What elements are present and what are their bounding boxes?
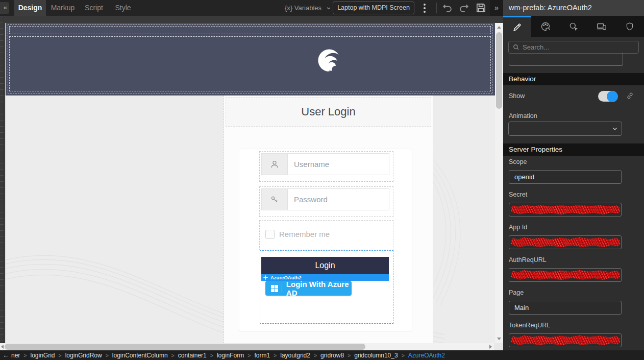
breadcrumb-separator: >: [59, 352, 62, 358]
page-input[interactable]: [509, 301, 622, 315]
clipped-property-field[interactable]: [509, 53, 623, 66]
canvas-hscrollbar[interactable]: [0, 343, 494, 350]
scroll-right-icon[interactable]: [489, 345, 492, 349]
breadcrumb-item[interactable]: container1: [178, 352, 207, 359]
toolbar-divider: [436, 3, 437, 13]
page-artboard[interactable]: User Login Username: [5, 23, 495, 343]
username-row[interactable]: Username: [261, 153, 389, 175]
remember-me-checkbox[interactable]: [265, 230, 275, 239]
username-field[interactable]: Username: [288, 153, 389, 175]
chevron-down-icon: [326, 1, 331, 16]
password-row[interactable]: Password: [261, 188, 389, 210]
breadcrumb-separator: >: [171, 352, 175, 358]
scroll-up-icon[interactable]: [497, 26, 501, 29]
breadcrumb-item[interactable]: ner: [11, 352, 20, 359]
authrequrl-input[interactable]: [509, 268, 622, 282]
redaction-scribble: [511, 237, 620, 247]
tab-script[interactable]: Script: [80, 0, 108, 16]
breadcrumb-item[interactable]: form1: [254, 352, 270, 359]
variables-label: {x} Variables: [285, 4, 321, 12]
breadcrumb-item[interactable]: loginContentColumn: [112, 352, 168, 359]
bind-link-icon[interactable]: [626, 92, 634, 102]
redo-icon[interactable]: [458, 2, 470, 14]
collapse-left-icon[interactable]: «: [0, 2, 9, 14]
vscroll-thumb[interactable]: [496, 32, 502, 109]
breadcrumb-separator: >: [314, 352, 317, 358]
tokenrequrl-input[interactable]: [509, 333, 622, 347]
field-tokenrequrl: TokenReqURL: [509, 322, 631, 347]
field-secret: Secret: [509, 191, 631, 217]
hscroll-thumb[interactable]: [5, 344, 365, 350]
tab-properties-pencil-icon[interactable]: [503, 16, 531, 37]
properties-panel: wm-prefab: AzureOAuth2: [503, 0, 644, 360]
tab-design[interactable]: Design: [14, 0, 46, 16]
user-icon: [261, 153, 288, 175]
tab-markup[interactable]: Markup: [47, 0, 79, 16]
breadcrumb-item[interactable]: loginForm: [217, 352, 244, 359]
azure-button-label: Login With Azure AD: [286, 280, 352, 297]
widget-breadcrumb: ← ner > loginGrid > loginGridRow > login…: [0, 350, 644, 360]
field-authrequrl: AuthReqURL: [509, 256, 631, 282]
breadcrumb-item[interactable]: loginGridRow: [65, 352, 102, 359]
scroll-down-icon[interactable]: [497, 338, 501, 340]
breadcrumb-item-active[interactable]: AzureOAuth2: [408, 352, 445, 359]
back-arrow-icon[interactable]: ←: [3, 351, 9, 359]
breadcrumb-item[interactable]: gridcolumn10_3: [354, 352, 398, 359]
header-band[interactable]: [9, 36, 491, 91]
page-header-widget[interactable]: [6, 23, 496, 95]
scope-input[interactable]: [509, 170, 622, 184]
redaction-scribble: [511, 335, 620, 345]
field-app-id: App Id: [509, 224, 631, 249]
breadcrumb-item[interactable]: layoutgrid2: [280, 352, 310, 359]
login-button[interactable]: Login: [261, 257, 389, 274]
undo-icon[interactable]: [442, 2, 454, 14]
header-top-strip[interactable]: [9, 26, 491, 34]
show-toggle[interactable]: [598, 91, 617, 102]
remember-me-label: Remember me: [279, 230, 330, 238]
tab-styles-palette-icon[interactable]: [531, 16, 559, 37]
field-page: Page: [509, 289, 631, 315]
animation-select[interactable]: [508, 122, 622, 136]
button-divider: [282, 284, 282, 293]
scrollbar-corner: [494, 343, 503, 350]
canvas-vscrollbar[interactable]: [495, 23, 503, 343]
wavemaker-wave-logo-icon: [315, 47, 344, 77]
tab-style[interactable]: Style: [109, 0, 137, 16]
tab-security-shield-icon[interactable]: [616, 16, 644, 37]
vertical-ruler: [0, 16, 4, 343]
breadcrumb-item[interactable]: gridrow8: [320, 352, 344, 359]
show-property-row: Show: [509, 91, 638, 103]
redaction-scribble: [511, 205, 620, 214]
app-id-input[interactable]: [509, 235, 622, 249]
scroll-left-icon[interactable]: [1, 345, 4, 349]
save-icon[interactable]: [475, 2, 487, 14]
azure-ad-login-button[interactable]: Login With Azure AD: [265, 281, 352, 296]
breadcrumb-separator: >: [247, 352, 251, 358]
breadcrumb-separator: >: [348, 352, 351, 358]
expand-panel-icon[interactable]: »: [490, 0, 503, 16]
breadcrumb-item[interactable]: loginGrid: [30, 352, 55, 359]
tab-inspect-icon[interactable]: [559, 16, 587, 37]
show-label: Show: [509, 92, 525, 100]
chevron-down-icon: [612, 126, 618, 132]
redaction-scribble: [511, 270, 620, 280]
design-canvas: User Login Username: [0, 16, 503, 350]
secret-input[interactable]: [509, 203, 622, 217]
field-scope: Scope: [509, 158, 631, 184]
breadcrumb-separator: >: [106, 352, 109, 358]
tab-devices-icon[interactable]: [588, 16, 616, 37]
device-selector[interactable]: Laptop with MDPI Screen: [333, 2, 414, 14]
device-selector-value: Laptop with MDPI Screen: [337, 4, 410, 11]
breadcrumb-separator: >: [274, 352, 277, 358]
key-icon: [261, 188, 288, 210]
property-search[interactable]: [508, 41, 639, 54]
breadcrumb-separator: >: [23, 352, 27, 358]
kebab-menu-icon[interactable]: [424, 4, 426, 14]
page-title[interactable]: User Login: [226, 97, 431, 127]
breadcrumb-separator: >: [210, 352, 213, 358]
variables-dropdown[interactable]: {x} Variables: [285, 0, 331, 16]
breadcrumb-separator: >: [402, 352, 405, 358]
search-input[interactable]: [523, 43, 625, 51]
password-field[interactable]: Password: [288, 188, 389, 210]
move-handle-icon[interactable]: [263, 275, 268, 280]
